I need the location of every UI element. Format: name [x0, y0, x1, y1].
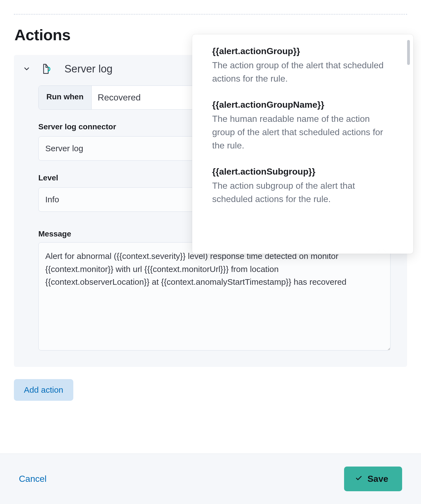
- scrollbar-thumb[interactable]: [407, 40, 410, 65]
- variable-token: {{alert.actionGroup}}: [212, 46, 393, 56]
- footer: Cancel Save: [0, 453, 421, 504]
- variable-token: {{alert.actionSubgroup}}: [212, 167, 393, 177]
- add-action-button[interactable]: Add action: [14, 379, 73, 401]
- variables-list[interactable]: {{alert.actionGroup}} The action group o…: [212, 46, 395, 254]
- save-label: Save: [367, 474, 388, 484]
- logs-app-icon: [41, 63, 53, 75]
- variable-token: {{alert.actionGroupName}}: [212, 100, 393, 110]
- chevron-down-icon[interactable]: [22, 64, 32, 74]
- variable-option[interactable]: {{alert.actionSubgroup}} The action subg…: [212, 167, 393, 206]
- save-button[interactable]: Save: [344, 467, 402, 491]
- variable-desc: The human readable name of the action gr…: [212, 112, 393, 152]
- variables-popover: {{alert.actionGroup}} The action group o…: [192, 34, 413, 254]
- variable-desc: The action group of the alert that sched…: [212, 59, 393, 85]
- variable-desc: The action subgroup of the alert that sc…: [212, 179, 393, 206]
- action-title: Server log: [64, 63, 112, 75]
- variable-option[interactable]: {{alert.actionGroup}} The action group o…: [212, 46, 393, 85]
- check-icon: [355, 474, 362, 484]
- message-textarea[interactable]: [38, 242, 390, 351]
- message-label: Message: [38, 230, 71, 238]
- divider: [14, 14, 407, 15]
- cancel-button[interactable]: Cancel: [19, 474, 47, 484]
- variable-option[interactable]: {{alert.actionGroupName}} The human read…: [212, 100, 393, 152]
- run-when-label: Run when: [39, 86, 92, 109]
